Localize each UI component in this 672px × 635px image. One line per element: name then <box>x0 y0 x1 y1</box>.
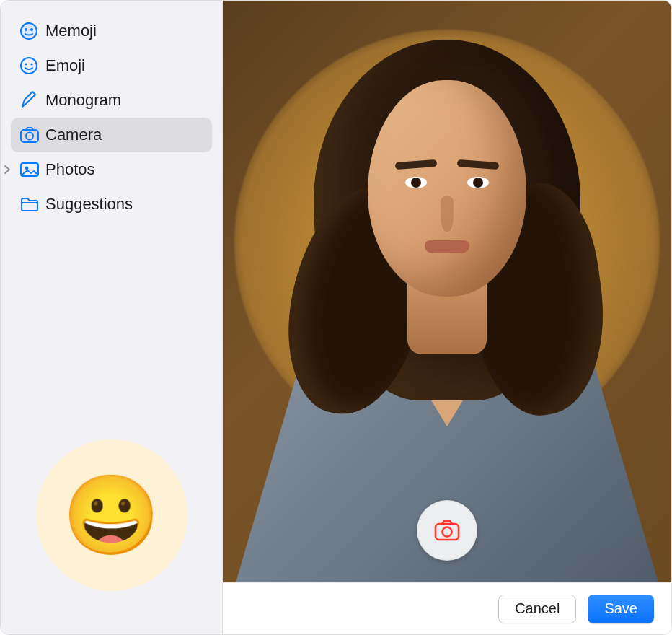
sidebar-item-monogram[interactable]: Monogram <box>11 83 212 118</box>
save-button[interactable]: Save <box>588 595 654 623</box>
emoji-smile-icon <box>19 56 45 75</box>
camera-live-view <box>223 1 671 582</box>
pencil-icon <box>19 91 45 110</box>
svg-point-3 <box>21 58 37 74</box>
sidebar-item-label: Monogram <box>45 91 121 110</box>
cancel-button[interactable]: Cancel <box>498 595 576 623</box>
sidebar-item-emoji[interactable]: Emoji <box>11 48 212 83</box>
camera-icon <box>19 126 45 144</box>
svg-point-2 <box>30 28 33 31</box>
svg-point-12 <box>443 527 452 537</box>
capture-photo-button[interactable] <box>417 500 477 561</box>
preview-emoji: 😀 <box>36 439 187 591</box>
sidebar-item-camera[interactable]: Camera <box>11 118 212 152</box>
sidebar-item-label: Emoji <box>45 56 85 75</box>
sidebar-item-label: Photos <box>45 160 95 179</box>
svg-point-9 <box>25 167 29 170</box>
sidebar: Memoji Emoji Monogram <box>1 1 223 634</box>
svg-point-7 <box>26 133 33 140</box>
main-panel: Cancel Save <box>223 1 671 634</box>
svg-point-4 <box>25 63 27 65</box>
svg-point-1 <box>25 28 27 31</box>
current-picture-preview: 😀 <box>1 439 222 634</box>
folder-icon <box>19 196 45 212</box>
svg-point-5 <box>30 63 32 65</box>
sidebar-item-label: Memoji <box>45 22 97 40</box>
sidebar-item-memoji[interactable]: Memoji <box>11 14 212 48</box>
camera-subject-person <box>281 37 613 556</box>
dialog-footer: Cancel Save <box>223 582 671 634</box>
sidebar-item-label: Camera <box>45 126 102 144</box>
chevron-right-icon <box>4 165 11 174</box>
sidebar-list: Memoji Emoji Monogram <box>1 14 222 222</box>
photos-icon <box>19 161 45 178</box>
sidebar-item-suggestions[interactable]: Suggestions <box>11 187 212 222</box>
sidebar-item-label: Suggestions <box>45 195 133 214</box>
sidebar-item-photos[interactable]: Photos <box>11 152 212 187</box>
memoji-face-icon <box>19 22 45 40</box>
camera-capture-icon <box>433 519 461 542</box>
